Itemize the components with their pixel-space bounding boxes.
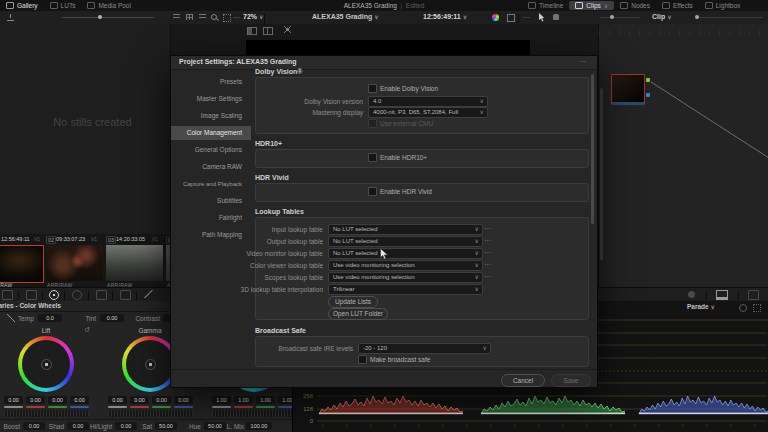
lift-b-value[interactable]: 0.00 bbox=[70, 396, 89, 404]
cancel-button[interactable]: Cancel bbox=[501, 374, 545, 387]
dolby-version-dropdown[interactable]: 4.0 ∨ bbox=[368, 96, 488, 107]
hand-tool-icon[interactable] bbox=[553, 14, 559, 20]
lift-master-wheel[interactable] bbox=[4, 410, 89, 417]
scope-mode-selector[interactable]: Parade ∨ bbox=[687, 303, 715, 310]
tab-timeline[interactable]: Timeline bbox=[522, 0, 569, 11]
sidebar-item-image-scaling[interactable]: Image Scaling bbox=[171, 109, 251, 123]
tab-nodes[interactable]: Nodes bbox=[614, 0, 656, 11]
enable-hdr-vivid-checkbox[interactable] bbox=[368, 187, 377, 196]
scopes-lut-browse-icon[interactable]: ⋯ bbox=[484, 273, 492, 281]
save-button[interactable]: Save bbox=[551, 374, 591, 387]
ire-levels-dropdown[interactable]: -20 - 120 ∨ bbox=[358, 343, 491, 354]
color-match-icon[interactable] bbox=[26, 290, 37, 300]
viewer-timecode[interactable]: 12:56:49:11 ∨ bbox=[423, 13, 467, 20]
sidebar-item-subtitles[interactable]: Subtitles bbox=[171, 194, 251, 208]
temp-value[interactable]: 0.0 bbox=[38, 314, 62, 322]
viewer-options-icon[interactable]: ⋯ bbox=[523, 14, 531, 22]
pointer-tool-icon[interactable] bbox=[539, 13, 546, 22]
tab-effects[interactable]: Effects bbox=[656, 0, 699, 11]
gamut-indicator-icon[interactable] bbox=[492, 14, 499, 21]
gamma-b-value[interactable]: 0.00 bbox=[174, 396, 193, 404]
tint-value[interactable]: 0.00 bbox=[100, 314, 124, 322]
color-viewer-lut-browse-icon[interactable]: ⋯ bbox=[484, 261, 492, 269]
color-viewer-lut-dropdown[interactable]: Use video monitoring selection ∨ bbox=[328, 260, 483, 271]
sidebar-item-camera-raw[interactable]: Camera RAW bbox=[171, 160, 251, 174]
open-lut-folder-button[interactable]: Open LUT Folder bbox=[328, 308, 388, 320]
clip2-thumbnail[interactable] bbox=[46, 245, 103, 281]
node-zoom-handle[interactable] bbox=[610, 15, 614, 19]
sidebar-item-presets[interactable]: Presets bbox=[171, 75, 251, 89]
sat-value[interactable]: 50.00 bbox=[155, 422, 177, 430]
mastering-display-dropdown[interactable]: 4000-nit, P3, D65, ST.2084, Full ∨ bbox=[368, 107, 488, 118]
node-zoom-slider[interactable] bbox=[600, 17, 640, 18]
scope-expand-icon[interactable] bbox=[753, 304, 761, 312]
gamma-r-value[interactable]: 0.00 bbox=[130, 396, 149, 404]
gain-master-wheel[interactable] bbox=[212, 410, 292, 417]
sidebar-item-fairlight[interactable]: Fairlight bbox=[171, 211, 251, 225]
scopes-icon[interactable] bbox=[716, 290, 728, 300]
curves-icon[interactable] bbox=[144, 290, 153, 298]
lift-reset-icon[interactable]: ↺ bbox=[84, 326, 90, 334]
sidebar-item-color-management[interactable]: Color Management bbox=[171, 126, 251, 140]
gamma-master-wheel[interactable] bbox=[108, 410, 193, 417]
gain-r-value[interactable]: 1.00 bbox=[234, 396, 253, 404]
lift-y-value[interactable]: 0.00 bbox=[4, 396, 23, 404]
enable-hdr10-checkbox[interactable] bbox=[368, 153, 377, 162]
make-broadcast-safe-checkbox[interactable] bbox=[358, 355, 367, 364]
timeline-selector[interactable]: ALEXA35 Grading ∨ bbox=[312, 13, 379, 20]
wipe-mode-icon[interactable] bbox=[247, 27, 257, 35]
input-lut-dropdown[interactable]: No LUT selected ∨ bbox=[328, 224, 483, 235]
gain-g-value[interactable]: 1.00 bbox=[256, 396, 275, 404]
sidebar-item-capture-playback[interactable]: Capture and Playback bbox=[171, 177, 251, 191]
lummix-value[interactable]: 100.00 bbox=[246, 422, 272, 430]
split-screen-icon[interactable] bbox=[263, 27, 273, 35]
viewer-zoom-level[interactable]: 72% ∨ bbox=[243, 13, 263, 20]
boost-value[interactable]: 0.00 bbox=[23, 422, 45, 430]
shad-value[interactable]: 0.00 bbox=[67, 422, 89, 430]
use-external-cmu-checkbox[interactable] bbox=[368, 119, 377, 128]
gallery-options-icon[interactable]: ⋯ bbox=[233, 14, 241, 22]
sidebar-item-general-options[interactable]: General Options bbox=[171, 143, 251, 157]
gain-b-value[interactable]: 1.00 bbox=[278, 396, 292, 404]
hue-value[interactable]: 50.00 bbox=[204, 422, 226, 430]
viewer-expand-icon[interactable] bbox=[507, 14, 515, 22]
input-lut-browse-icon[interactable]: ⋯ bbox=[484, 225, 492, 233]
video-monitor-lut-browse-icon[interactable]: ⋯ bbox=[484, 249, 492, 257]
sort-icon[interactable] bbox=[173, 14, 180, 20]
enhanced-viewer-icon[interactable] bbox=[284, 26, 291, 33]
tab-lightbox[interactable]: Lightbox bbox=[699, 0, 747, 11]
keyframes-icon[interactable] bbox=[748, 290, 759, 300]
lift-g-value[interactable]: 0.00 bbox=[48, 396, 67, 404]
tab-clips[interactable]: Clips ∨ bbox=[569, 1, 614, 10]
clip-slider-handle[interactable] bbox=[695, 15, 699, 19]
video-monitor-lut-dropdown[interactable]: No LUT selected ∨ bbox=[328, 248, 483, 259]
lift-r-value[interactable]: 0.00 bbox=[26, 396, 45, 404]
color-wheels-icon[interactable] bbox=[49, 290, 59, 300]
list-view-icon[interactable] bbox=[199, 14, 206, 20]
clip-mode-selector[interactable]: Clip ∨ bbox=[652, 13, 672, 20]
lift-wheel[interactable] bbox=[18, 336, 74, 392]
expand-panel-icon[interactable] bbox=[223, 14, 231, 22]
grab-still-icon[interactable] bbox=[7, 14, 14, 21]
gamma-g-value[interactable]: 0.00 bbox=[152, 396, 171, 404]
dialog-options-icon[interactable]: ⋯ bbox=[579, 58, 587, 66]
scope-settings-icon[interactable] bbox=[739, 304, 747, 312]
clip1-thumbnail[interactable] bbox=[0, 245, 44, 283]
hdr-grade-icon[interactable] bbox=[72, 290, 82, 300]
update-lists-button[interactable]: Update Lists bbox=[328, 296, 378, 308]
motion-effects-icon[interactable] bbox=[120, 290, 131, 300]
grid-view-icon[interactable] bbox=[186, 14, 193, 20]
gain-y-value[interactable]: 1.00 bbox=[212, 396, 231, 404]
dialog-scrollbar[interactable] bbox=[591, 74, 594, 224]
clip-slider[interactable] bbox=[697, 17, 763, 18]
sidebar-item-master-settings[interactable]: Master Settings bbox=[171, 92, 251, 106]
lut-interpolation-dropdown[interactable]: Trilinear ∨ bbox=[328, 284, 483, 295]
clip3-thumbnail[interactable] bbox=[106, 245, 163, 281]
hilight-value[interactable]: 0.00 bbox=[115, 422, 137, 430]
camera-raw-icon[interactable] bbox=[2, 290, 13, 300]
enable-dolby-vision-checkbox[interactable] bbox=[368, 84, 377, 93]
output-lut-browse-icon[interactable]: ⋯ bbox=[484, 237, 492, 245]
gamma-y-value[interactable]: 0.00 bbox=[108, 396, 127, 404]
output-lut-dropdown[interactable]: No LUT selected ∨ bbox=[328, 236, 483, 247]
highlight-icon[interactable] bbox=[688, 291, 695, 298]
